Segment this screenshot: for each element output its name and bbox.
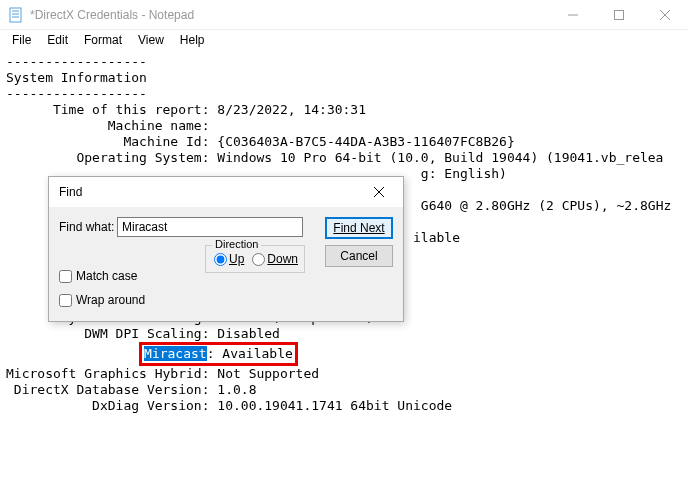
find-close-button[interactable] — [359, 178, 399, 206]
wrap-around-checkbox[interactable] — [59, 294, 72, 307]
down-radio[interactable] — [252, 253, 265, 266]
find-what-label: Find what: — [59, 220, 117, 234]
window-title: *DirectX Credentials - Notepad — [30, 8, 550, 22]
close-button[interactable] — [642, 0, 688, 30]
direction-legend: Direction — [212, 238, 261, 250]
menubar: File Edit Format View Help — [0, 30, 688, 50]
cancel-button[interactable]: Cancel — [325, 245, 393, 267]
find-what-input[interactable] — [117, 217, 303, 237]
miracast-key: Miracast — [144, 346, 207, 361]
window-controls — [550, 0, 688, 30]
find-dialog-titlebar: Find — [49, 177, 403, 207]
window-titlebar: *DirectX Credentials - Notepad — [0, 0, 688, 30]
miracast-value: Available — [222, 346, 292, 361]
miracast-highlight-box: Miracast: Available — [139, 342, 298, 366]
svg-rect-0 — [10, 8, 21, 22]
direction-up[interactable]: Up — [214, 252, 244, 266]
find-dialog: Find Find what: Find Next Cancel Directi… — [48, 176, 404, 322]
up-radio[interactable] — [214, 253, 227, 266]
match-case-checkbox[interactable] — [59, 270, 72, 283]
wrap-around-option[interactable]: Wrap around — [59, 293, 145, 307]
maximize-button[interactable] — [596, 0, 642, 30]
minimize-button[interactable] — [550, 0, 596, 30]
menu-help[interactable]: Help — [172, 31, 213, 49]
notepad-icon — [8, 7, 24, 23]
direction-down[interactable]: Down — [252, 252, 298, 266]
menu-format[interactable]: Format — [76, 31, 130, 49]
direction-group: Direction Up Down — [205, 245, 305, 273]
menu-file[interactable]: File — [4, 31, 39, 49]
menu-edit[interactable]: Edit — [39, 31, 76, 49]
svg-rect-5 — [615, 10, 624, 19]
find-dialog-title: Find — [59, 185, 359, 199]
find-next-button[interactable]: Find Next — [325, 217, 393, 239]
match-case-option[interactable]: Match case — [59, 269, 145, 283]
menu-view[interactable]: View — [130, 31, 172, 49]
